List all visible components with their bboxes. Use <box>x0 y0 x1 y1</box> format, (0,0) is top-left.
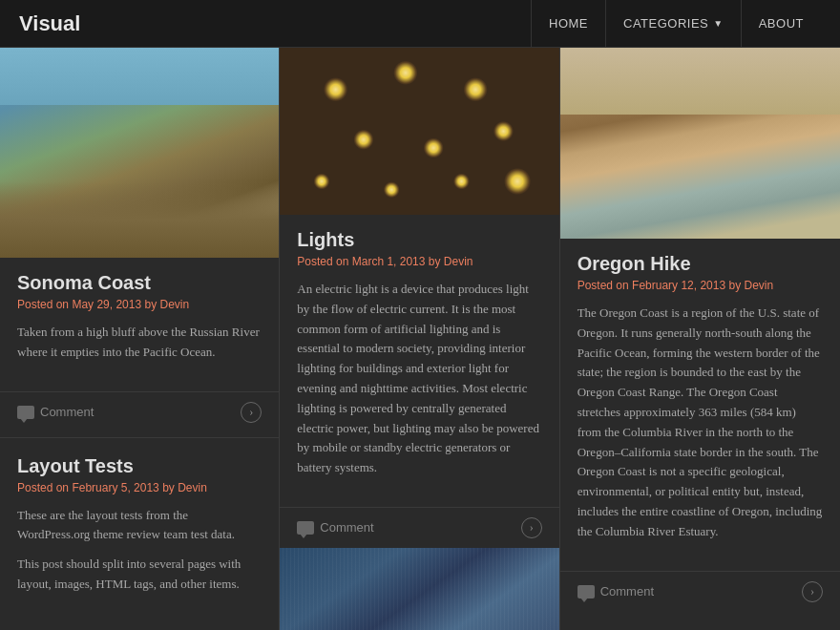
post-oregon-meta: Posted on February 12, 2013 by Devin <box>578 279 823 292</box>
post-layout-excerpt2: This post should split into several page… <box>17 555 262 595</box>
main-content: Sonoma Coast Posted on May 29, 2013 by D… <box>0 48 840 630</box>
nav-categories[interactable]: CATEGORIES ▼ <box>605 0 741 47</box>
post-lights-body: Lights Posted on March 1, 2013 by Devin … <box>280 215 558 493</box>
post-lights-image <box>280 48 558 215</box>
post-oregon-read-more[interactable]: › <box>802 581 823 602</box>
post-layout-body: Layout Tests Posted on February 5, 2013 … <box>0 437 279 609</box>
post-layout-title[interactable]: Layout Tests <box>17 455 262 477</box>
site-title[interactable]: Visual <box>19 11 80 36</box>
post-lights-footer: Comment › <box>280 507 558 548</box>
post-sonoma-meta: Posted on May 29, 2013 by Devin <box>17 298 262 311</box>
post-oregon-title[interactable]: Oregon Hike <box>578 253 823 275</box>
post-lights-title[interactable]: Lights <box>297 229 541 251</box>
post-oregon-footer: Comment › <box>560 571 840 612</box>
post-column-1: Sonoma Coast Posted on May 29, 2013 by D… <box>0 48 280 630</box>
comment-icon <box>578 585 595 598</box>
post-lights-comment[interactable]: Comment <box>297 520 373 535</box>
nav-about[interactable]: ABOUT <box>741 0 821 47</box>
comment-icon <box>297 521 314 535</box>
chevron-down-icon: ▼ <box>713 18 723 29</box>
post-sonoma-footer: Comment › <box>0 391 279 432</box>
post-oregon-image <box>560 48 840 239</box>
site-header: Visual HOME CATEGORIES ▼ ABOUT <box>0 0 840 48</box>
comment-icon <box>17 406 34 419</box>
post-lights-read-more[interactable]: › <box>521 517 542 538</box>
post-sonoma-title[interactable]: Sonoma Coast <box>17 272 262 294</box>
post-sonoma-body: Sonoma Coast Posted on May 29, 2013 by D… <box>0 258 279 377</box>
main-nav: HOME CATEGORIES ▼ ABOUT <box>531 0 821 47</box>
post-layout-meta: Posted on February 5, 2013 by Devin <box>17 481 262 494</box>
post-oregon-excerpt: The Oregon Coast is a region of the U.S.… <box>578 304 823 542</box>
post-oregon-body: Oregon Hike Posted on February 12, 2013 … <box>560 239 840 556</box>
nav-home[interactable]: HOME <box>531 0 605 47</box>
post-sonoma-comment[interactable]: Comment <box>17 405 94 419</box>
post-col2-second-image <box>280 548 558 630</box>
post-column-2: Lights Posted on March 1, 2013 by Devin … <box>280 48 559 630</box>
post-layout-excerpt1: These are the layout tests from the Word… <box>17 506 262 546</box>
post-oregon-comment[interactable]: Comment <box>578 584 654 598</box>
post-column-3: Oregon Hike Posted on February 12, 2013 … <box>560 48 840 630</box>
post-sonoma-read-more[interactable]: › <box>241 402 262 423</box>
post-sonoma-excerpt: Taken from a high bluff above the Russia… <box>17 323 262 363</box>
post-lights-meta: Posted on March 1, 2013 by Devin <box>297 255 541 268</box>
post-lights-excerpt: An electric light is a device that produ… <box>297 280 541 478</box>
post-sonoma-image <box>0 48 279 258</box>
